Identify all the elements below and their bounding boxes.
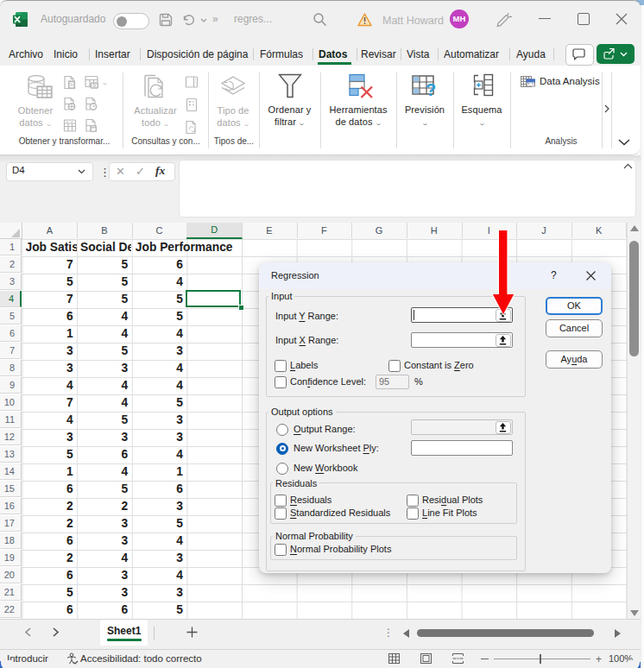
svg-text:?: ? bbox=[426, 80, 436, 99]
